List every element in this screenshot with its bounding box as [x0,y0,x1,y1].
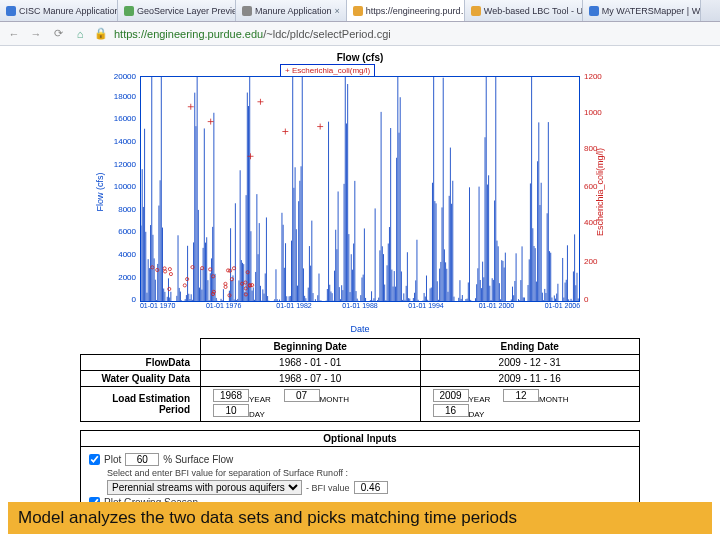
lep-end-month[interactable] [503,389,539,402]
col-end: Ending Date [420,339,640,355]
y-axis-left-label: Flow (cfs) [95,173,105,212]
flow-chart: Flow (cfs) + Escherichia_coli(mg/l) Flow… [80,52,640,332]
favicon [353,6,363,16]
slide-caption: Model analyzes the two data sets and pic… [8,502,712,534]
row-wq: Water Quality Data 1968 - 07 - 10 2009 -… [81,371,640,387]
svg-point-37 [168,268,171,271]
opt-plot-surface: Plot % Surface Flow [89,453,631,466]
close-icon[interactable]: × [335,6,340,16]
y-ticks-right: 0 200 400 600 800 1000 1200 [582,76,610,302]
url-display[interactable]: https://engineering.purdue.edu/~ldc/pldc… [114,28,391,40]
favicon [242,6,252,16]
address-bar: ← → ⟳ ⌂ 🔒 https://engineering.purdue.edu… [0,22,720,46]
tab-cisc[interactable]: CISC Manure Application× [0,0,118,21]
svg-point-35 [164,270,167,273]
svg-point-41 [163,267,166,270]
lep-begin-month[interactable] [284,389,320,402]
x-ticks: 01-01 1970 01-01 1976 01-01 1982 01-01 1… [140,302,580,320]
plot-checkbox[interactable] [89,454,100,465]
favicon [6,6,16,16]
plot-pct-input[interactable] [125,453,159,466]
bfi-hint: Select and enter BFI value for separatio… [107,468,631,478]
forward-icon[interactable]: → [28,26,44,42]
favicon [471,6,481,16]
row-lep: Load Estimation Period YEAR MONTH DAY YE… [81,387,640,422]
row-flow: FlowData 1968 - 01 - 01 2009 - 12 - 31 [81,355,640,371]
lep-end-year[interactable] [433,389,469,402]
favicon [589,6,599,16]
y-ticks-left: 0 2000 4000 6000 8000 10000 12000 14000 … [108,76,138,302]
plot-area [140,76,580,302]
lep-begin-year[interactable] [213,389,249,402]
reload-icon[interactable]: ⟳ [50,26,66,42]
dates-table: Beginning Date Ending Date FlowData 1968… [80,338,640,422]
bfi-select[interactable]: Perennial streams with porous aquifers [107,480,302,495]
svg-point-22 [183,284,186,287]
lep-begin-day[interactable] [213,404,249,417]
svg-point-27 [169,272,172,275]
x-axis-label: Date [80,324,640,334]
tab-manure[interactable]: Manure Application× [236,0,347,21]
back-icon[interactable]: ← [6,26,22,42]
tab-geoservice[interactable]: GeoService Layer Preview× [118,0,236,21]
chart-title: Flow (cfs) [80,52,640,63]
lep-end-day[interactable] [433,404,469,417]
tab-purdue[interactable]: https://engineering.purd…× [347,0,465,21]
bfi-row: Perennial streams with porous aquifers -… [107,480,631,495]
home-icon[interactable]: ⌂ [72,26,88,42]
browser-tabstrip: CISC Manure Application× GeoService Laye… [0,0,720,22]
tab-lbc[interactable]: Web-based LBC Tool - US× [465,0,583,21]
svg-point-24 [226,269,229,272]
tab-waters[interactable]: My WATERSMapper | WA× [583,0,701,21]
optional-title: Optional Inputs [81,431,639,447]
bfi-value-input[interactable] [354,481,388,494]
lock-icon: 🔒 [94,27,108,40]
col-begin: Beginning Date [201,339,421,355]
favicon [124,6,134,16]
